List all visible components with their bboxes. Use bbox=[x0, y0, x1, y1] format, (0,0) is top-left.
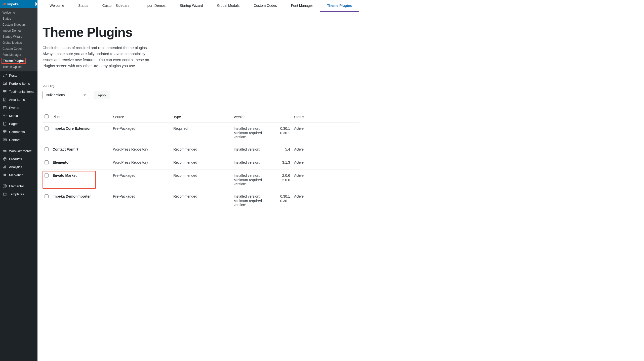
header-plugin[interactable]: Plugin bbox=[51, 112, 111, 122]
tab-global-modals[interactable]: Global Modals bbox=[210, 0, 247, 12]
plugin-type: Required bbox=[171, 122, 232, 143]
area-icon bbox=[3, 98, 7, 102]
plugin-name: Impeka Demo Importer bbox=[53, 194, 91, 198]
nav-item-contact[interactable]: Contact bbox=[0, 136, 37, 144]
nav-label: Marketing bbox=[9, 173, 23, 177]
nav-item-testimonial[interactable]: Testimonial Items bbox=[0, 87, 37, 96]
sidebar-brand[interactable]: W Impeka bbox=[0, 0, 37, 8]
nav-item-marketing[interactable]: Marketing bbox=[0, 171, 37, 179]
submenu-item-custom-sidebars[interactable]: Custom Sidebars bbox=[0, 22, 37, 28]
submenu-item-startup-wizard[interactable]: Startup Wizard bbox=[0, 34, 37, 40]
nav-label: Templates bbox=[9, 192, 24, 196]
header-version[interactable]: Version bbox=[232, 112, 292, 122]
submenu-item-font-manager[interactable]: Font Manager bbox=[0, 52, 37, 58]
tab-theme-plugins[interactable]: Theme Plugins bbox=[320, 0, 359, 12]
bulk-actions-row: Bulk actions Apply bbox=[43, 91, 359, 99]
row-checkbox[interactable] bbox=[45, 126, 49, 130]
nav-item-analytics[interactable]: Analytics bbox=[0, 163, 37, 171]
tab-welcome[interactable]: Welcome bbox=[43, 0, 71, 12]
nav-item-media[interactable]: Media bbox=[0, 112, 37, 120]
nav-item-events[interactable]: Events bbox=[0, 104, 37, 112]
pages-icon bbox=[3, 122, 7, 126]
submenu-item-global-modals[interactable]: Global Modals bbox=[0, 40, 37, 46]
svg-rect-2 bbox=[3, 106, 6, 109]
submenu-item-theme-plugins[interactable]: Theme Plugins bbox=[2, 58, 26, 64]
nav-item-woocommerce[interactable]: wooWooCommerce bbox=[0, 147, 37, 155]
row-checkbox[interactable] bbox=[45, 173, 49, 177]
nav-label: Analytics bbox=[9, 165, 22, 169]
table-row: Impeka Demo ImporterPre-PackagedRecommen… bbox=[43, 190, 359, 211]
plugin-source: Pre-Packaged bbox=[111, 169, 171, 190]
comments-icon bbox=[3, 130, 7, 134]
header-status[interactable]: Status bbox=[292, 112, 359, 122]
bulk-actions-select[interactable]: Bulk actions bbox=[43, 91, 89, 99]
table-row: ElementorWordPress RepositoryRecommended… bbox=[43, 156, 359, 169]
plugin-version: Installed version:0.30.1Minimum required… bbox=[232, 122, 292, 143]
table-row: Contact Form 7WordPress RepositoryRecomm… bbox=[43, 143, 359, 156]
filter-count[interactable]: All (12) bbox=[43, 84, 359, 88]
submenu-item-custom-codes[interactable]: Custom Codes bbox=[0, 46, 37, 52]
plugin-status: Active bbox=[292, 122, 359, 143]
events-icon bbox=[3, 106, 7, 110]
svg-rect-12 bbox=[5, 185, 6, 186]
nav-label: Elementor bbox=[9, 184, 24, 188]
marketing-icon bbox=[3, 173, 7, 177]
plugin-status: Active bbox=[292, 143, 359, 156]
plugin-source: WordPress Repository bbox=[111, 156, 171, 169]
submenu-item-welcome[interactable]: Welcome bbox=[0, 10, 37, 16]
nav-item-area[interactable]: Area Items bbox=[0, 96, 37, 104]
tab-import-demos[interactable]: Import Demos bbox=[136, 0, 173, 12]
nav-item-posts[interactable]: Posts bbox=[0, 71, 37, 79]
nav-item-templates[interactable]: Templates bbox=[0, 190, 37, 198]
row-checkbox[interactable] bbox=[45, 160, 49, 164]
nav-label: Posts bbox=[9, 74, 17, 77]
nav-item-comments[interactable]: Comments bbox=[0, 128, 37, 136]
plugin-status: Active bbox=[292, 190, 359, 211]
nav-item-pages[interactable]: Pages bbox=[0, 120, 37, 128]
nav-item-portfolio[interactable]: Portfolio Items bbox=[0, 79, 37, 87]
submenu-item-status[interactable]: Status bbox=[0, 16, 37, 22]
table-row: Impeka Core ExtensionPre-PackagedRequire… bbox=[43, 122, 359, 143]
row-checkbox[interactable] bbox=[45, 147, 49, 151]
testimonial-icon bbox=[3, 89, 7, 94]
plugin-source: WordPress Repository bbox=[111, 143, 171, 156]
plugin-version: Installed version:5.4 bbox=[232, 143, 292, 156]
submenu-item-theme-options[interactable]: Theme Options bbox=[0, 64, 37, 70]
svg-text:woo: woo bbox=[3, 150, 7, 152]
nav-item-products[interactable]: Products bbox=[0, 155, 37, 163]
tab-custom-codes[interactable]: Custom Codes bbox=[247, 0, 284, 12]
svg-rect-13 bbox=[5, 186, 6, 186]
tab-status[interactable]: Status bbox=[71, 0, 95, 12]
media-icon bbox=[3, 114, 7, 118]
plugin-version: Installed version:2.0.6Minimum required … bbox=[232, 169, 292, 190]
woocommerce-icon: woo bbox=[3, 149, 7, 153]
header-type[interactable]: Type bbox=[171, 112, 232, 122]
row-checkbox[interactable] bbox=[45, 194, 49, 198]
sidebar: W Impeka WelcomeStatusCustom SidebarsImp… bbox=[0, 0, 37, 361]
plugin-status: Active bbox=[292, 156, 359, 169]
submenu-item-import-demos[interactable]: Import Demos bbox=[0, 28, 37, 34]
select-all-checkbox[interactable] bbox=[45, 114, 49, 118]
apply-button[interactable]: Apply bbox=[94, 91, 110, 99]
header-source[interactable]: Source bbox=[111, 112, 171, 122]
nav-item-elementor[interactable]: Elementor bbox=[0, 182, 37, 190]
nav-label: Portfolio Items bbox=[9, 82, 30, 85]
elementor-icon bbox=[3, 184, 7, 188]
plugin-status: Active bbox=[292, 169, 359, 190]
products-icon bbox=[3, 157, 7, 161]
tab-startup-wizard[interactable]: Startup Wizard bbox=[173, 0, 210, 12]
tab-font-manager[interactable]: Font Manager bbox=[284, 0, 320, 12]
contact-icon bbox=[3, 138, 7, 142]
portfolio-icon bbox=[3, 81, 7, 85]
page-description: Check the status of required and recomme… bbox=[43, 45, 153, 69]
tab-custom-sidebars[interactable]: Custom Sidebars bbox=[95, 0, 136, 12]
plugin-type: Recommended bbox=[171, 169, 232, 190]
analytics-icon bbox=[3, 165, 7, 169]
plugins-table: Plugin Source Type Version Status Impeka… bbox=[43, 112, 359, 211]
plugin-source: Pre-Packaged bbox=[111, 122, 171, 143]
nav-label: Products bbox=[9, 157, 22, 161]
plugin-name: Impeka Core Extension bbox=[53, 126, 92, 130]
svg-point-3 bbox=[4, 115, 5, 116]
svg-point-1 bbox=[4, 83, 4, 83]
filter-all-label: All bbox=[43, 84, 48, 88]
